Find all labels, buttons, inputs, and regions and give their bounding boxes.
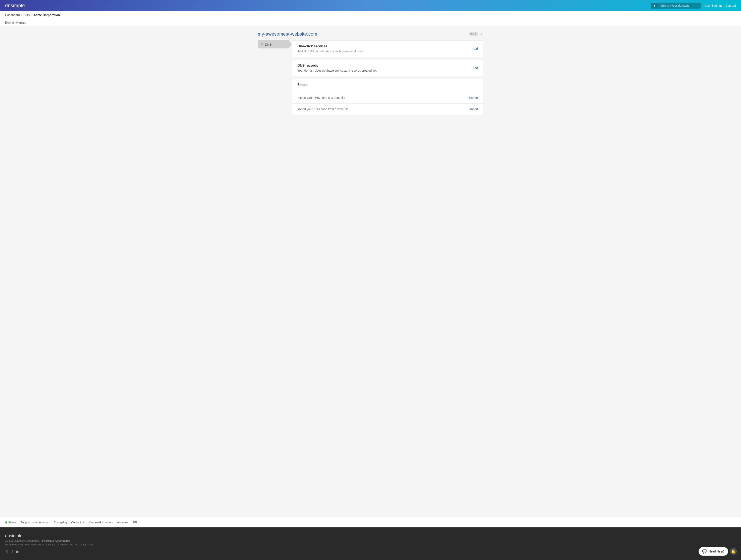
footer-contact-link[interactable]: Contact us xyxy=(71,521,84,524)
zones-export-section: Export your DNS zone to a zone file Expo… xyxy=(292,92,483,103)
breadcrumb-sep-1: › xyxy=(21,13,22,17)
dns-nav-icon: ≡ xyxy=(261,43,263,46)
dns-records-card-section: DNS records Your domain does not have an… xyxy=(292,60,483,76)
social-icons: 𝕏 f ▶ xyxy=(5,549,93,554)
footer-api-link[interactable]: API xyxy=(133,521,137,524)
one-click-content: One-click services Add all DNS records f… xyxy=(297,45,364,53)
domain-title-row: my-awesomest-website.com DNS ★ xyxy=(258,31,483,37)
zones-import-section: Import your DNS zone from a zone file Im… xyxy=(292,103,483,115)
footer-status: Status xyxy=(5,521,16,524)
dns-nav-label: DNS xyxy=(265,43,272,46)
breadcrumb-account: Acme Corporation xyxy=(33,13,60,17)
footer-changelog-link[interactable]: Changelog xyxy=(53,521,67,524)
one-click-card-section: One-click services Add all DNS records f… xyxy=(292,41,483,57)
search-dropdown-button[interactable]: ▼ xyxy=(651,3,658,9)
dns-nav-item[interactable]: ≡ DNS xyxy=(258,40,292,49)
breadcrumb-user[interactable]: Suzy xyxy=(23,13,30,17)
footer-brand: dnsimple ©2023 DNSimple Corporation. Pol… xyxy=(5,534,93,554)
breadcrumb-sep-2: › xyxy=(31,13,32,17)
zones-export-desc: Export your DNS zone to a zone file xyxy=(297,96,345,99)
footer-logo: dnsimple xyxy=(5,534,93,538)
one-click-add-link[interactable]: Add xyxy=(473,47,478,50)
dns-layout: ≡ DNS One-click services Add all DNS rec… xyxy=(258,40,483,118)
footer-support-link[interactable]: Support documentation xyxy=(20,521,49,524)
twitter-icon[interactable]: 𝕏 xyxy=(5,549,8,554)
header-right: ▼ User Settings Log out xyxy=(651,3,736,9)
dns-sidebar: ≡ DNS xyxy=(258,40,292,49)
help-widget: 💬 Need Help? 🔔 xyxy=(698,547,737,556)
footer-trademark: dnsimple is a registered trademark of DN… xyxy=(5,543,93,546)
one-click-title: One-click services xyxy=(297,45,364,48)
facebook-icon[interactable]: f xyxy=(12,549,13,554)
zones-title: Zones xyxy=(297,83,308,87)
need-help-button[interactable]: 💬 Need Help? xyxy=(698,547,728,556)
help-emoji-icon: 💬 xyxy=(702,549,707,554)
domain-badges: DNS ★ xyxy=(469,31,483,37)
bell-icon[interactable]: 🔔 xyxy=(730,548,737,555)
zones-import-link[interactable]: Import xyxy=(469,108,478,111)
site-header: dnsimple ▼ User Settings Log out xyxy=(0,0,741,11)
dns-records-card: DNS records Your domain does not have an… xyxy=(292,60,483,76)
status-dot xyxy=(5,521,7,523)
zones-title-section: Zones xyxy=(292,79,483,92)
status-label: Status xyxy=(8,521,16,524)
one-click-desc: Add all DNS records for a specific servi… xyxy=(297,50,364,53)
dns-records-content: DNS records Your domain does not have an… xyxy=(297,64,377,72)
help-label: Need Help? xyxy=(709,550,725,553)
dns-badge: DNS xyxy=(469,32,478,36)
footer-nav: Status Support documentation Changelog C… xyxy=(0,517,741,528)
sub-breadcrumb-label: Domain Names xyxy=(5,21,26,24)
breadcrumb: Dashboard › Suzy › Acme Corporation xyxy=(0,11,741,19)
zones-card: Zones Export your DNS zone to a zone fil… xyxy=(292,79,483,115)
footer-copyright: ©2023 DNSimple Corporation. Policies & A… xyxy=(5,539,93,543)
logout-link[interactable]: Log out xyxy=(726,4,736,7)
search-container: ▼ xyxy=(651,3,701,9)
footer-shortcuts-link[interactable]: Keyboard shortcuts xyxy=(89,521,113,524)
search-input[interactable] xyxy=(658,3,701,9)
youtube-icon[interactable]: ▶ xyxy=(16,549,19,554)
main-content: my-awesomest-website.com DNS ★ ≡ DNS One… xyxy=(253,26,488,517)
sub-breadcrumb: Domain Names xyxy=(0,19,741,26)
zones-export-link[interactable]: Export xyxy=(469,96,478,99)
zones-import-desc: Import your DNS zone from a zone file xyxy=(297,108,348,111)
dns-records-title: DNS records xyxy=(297,64,377,68)
one-click-services-card: One-click services Add all DNS records f… xyxy=(292,40,483,57)
star-icon[interactable]: ★ xyxy=(479,31,483,37)
breadcrumb-dashboard[interactable]: Dashboard xyxy=(5,13,20,17)
footer-policies-link[interactable]: Policies & Agreements xyxy=(42,539,70,543)
domain-title[interactable]: my-awesomest-website.com xyxy=(258,31,317,37)
dns-records-desc: Your domain does not have any custom rec… xyxy=(297,69,377,72)
dns-records-add-link[interactable]: Add xyxy=(473,66,478,70)
dns-main-area: One-click services Add all DNS records f… xyxy=(292,40,483,118)
footer-about-link[interactable]: About us xyxy=(117,521,128,524)
user-settings-link[interactable]: User Settings xyxy=(704,4,722,7)
site-logo: dnsimple xyxy=(5,3,25,8)
footer-dark-top: dnsimple ©2023 DNSimple Corporation. Pol… xyxy=(5,534,736,554)
footer-dark: dnsimple ©2023 DNSimple Corporation. Pol… xyxy=(0,528,741,560)
